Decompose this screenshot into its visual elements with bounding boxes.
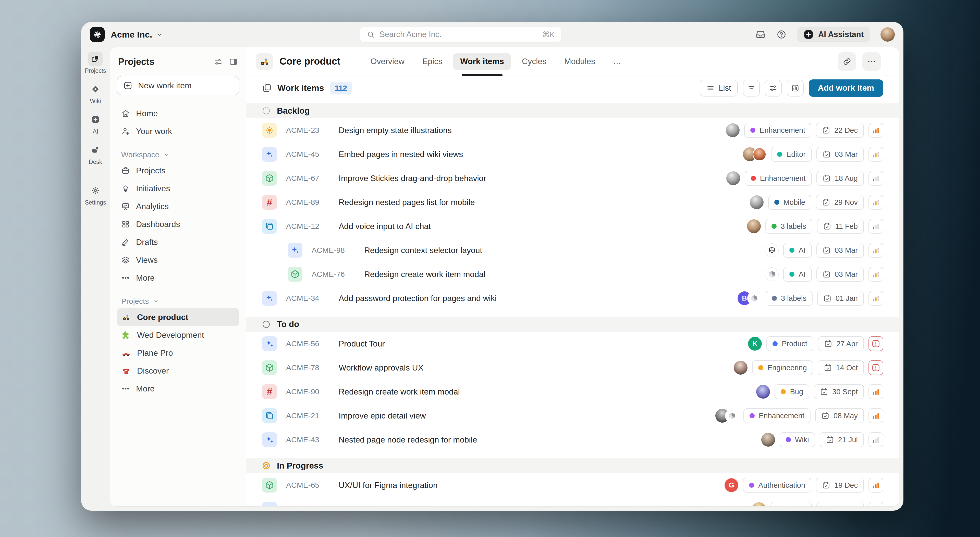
analytics-button[interactable] [787, 80, 803, 97]
section-header-backlog[interactable]: Backlog [246, 104, 899, 118]
due-date-chip[interactable]: 22 Dec [816, 123, 864, 138]
due-date-chip[interactable]: 03 Mar [816, 267, 864, 282]
layout-switch-button[interactable]: List [700, 80, 738, 97]
assignee-avatar[interactable] [750, 195, 764, 209]
assignees[interactable] [734, 361, 748, 374]
priority-low-icon[interactable] [869, 171, 883, 186]
assignee-avatar[interactable] [734, 361, 748, 374]
workspace-item-initiatives[interactable]: Initiatives [117, 180, 239, 198]
priority-high-icon[interactable] [869, 478, 883, 492]
label-chip[interactable]: Editor [771, 147, 812, 162]
workspace-item-more[interactable]: More [117, 269, 239, 287]
workspace-item-projects[interactable]: Projects [117, 162, 239, 180]
project-more-button[interactable] [862, 53, 881, 71]
assignee-avatar[interactable]: G [724, 478, 738, 492]
priority-urgent-icon[interactable] [869, 360, 883, 375]
assignee-avatar[interactable] [726, 123, 740, 137]
priority-medium-icon[interactable] [869, 267, 883, 282]
due-date-chip[interactable]: 03 Mar [816, 147, 864, 162]
assignee-avatar[interactable]: K [748, 337, 762, 351]
project-item-wed-development[interactable]: Wed Development [117, 326, 239, 344]
priority-low-icon[interactable] [869, 219, 883, 234]
label-chip[interactable]: Enhancement [745, 171, 812, 186]
project-item-plane-pro[interactable]: Plane Pro [117, 344, 239, 362]
sidebar-item-your-work[interactable]: Your work [117, 122, 239, 140]
label-chip[interactable]: Billing [770, 502, 811, 506]
workspace-item-dashboards[interactable]: Dashboards [117, 215, 239, 233]
project-item-discover[interactable]: Discover [117, 362, 239, 380]
assignees[interactable] [726, 123, 740, 137]
priority-medium-icon[interactable] [869, 291, 883, 306]
due-date-chip[interactable]: 03 Mar [816, 243, 864, 258]
workspace-item-analytics[interactable]: Analytics [117, 198, 239, 215]
rail-item-wiki[interactable]: Wiki [88, 82, 103, 105]
due-date-chip[interactable]: 01 Jan [817, 291, 864, 306]
label-chip[interactable]: Authentication [743, 478, 811, 492]
section-header-in-progress[interactable]: In Progress [246, 458, 899, 473]
work-item-row[interactable]: ACME-12Add voice input to AI chat3 label… [246, 214, 899, 238]
ai-assistant-button[interactable]: AI Assistant [797, 27, 870, 42]
assignees[interactable]: B [738, 292, 761, 305]
tab-…[interactable]: … [606, 53, 628, 70]
work-item-row[interactable]: ACME-45Embed pages in nested wiki viewsE… [246, 142, 899, 166]
assignees[interactable]: G [724, 478, 738, 492]
assignees[interactable] [752, 502, 766, 506]
sidebar-item-home[interactable]: Home [117, 104, 239, 122]
rail-item-desk[interactable]: Desk [88, 143, 103, 166]
assignees[interactable] [743, 147, 767, 161]
assignees[interactable] [726, 171, 740, 185]
tab-work-items[interactable]: Work items [453, 53, 511, 70]
label-chip[interactable]: AI [783, 243, 811, 258]
assignees[interactable] [715, 409, 739, 422]
tab-cycles[interactable]: Cycles [515, 53, 554, 70]
priority-medium-icon[interactable] [869, 195, 883, 210]
work-item-row[interactable]: ACME-21Improve epic detail viewEnhanceme… [246, 404, 899, 428]
due-date-chip[interactable]: 30 Sept [814, 384, 864, 399]
work-item-row[interactable]: ACME-34Add password protection for pages… [246, 286, 899, 310]
priority-medium-icon[interactable] [869, 243, 883, 258]
project-item-core-product[interactable]: Core product [117, 308, 239, 326]
assignee-avatar[interactable] [752, 147, 767, 161]
label-chip[interactable]: 3 labels [765, 219, 812, 234]
assignees[interactable] [761, 433, 775, 446]
sidebar-filter-icon[interactable] [214, 57, 223, 66]
due-date-chip[interactable]: 29 Nov [816, 195, 864, 210]
priority-high-icon[interactable] [869, 408, 883, 423]
assignees[interactable] [750, 195, 764, 209]
assignee-avatar[interactable] [726, 171, 740, 185]
assignee-avatar[interactable] [761, 433, 775, 446]
work-item-row[interactable]: #ACME-90Redesign create work item modalB… [246, 380, 899, 404]
due-date-chip[interactable]: 27 Apr [818, 336, 864, 351]
rail-item-ai[interactable]: AI [88, 112, 103, 135]
due-date-chip[interactable]: 21 Jul [820, 432, 864, 447]
priority-urgent-icon[interactable] [869, 336, 883, 351]
search-input[interactable] [380, 30, 538, 39]
help-icon[interactable] [776, 29, 787, 40]
label-chip[interactable]: Engineering [752, 360, 813, 375]
projects-section-header[interactable]: Projects [117, 297, 239, 306]
work-item-row[interactable]: ACME-43Nested page node redesign for mob… [246, 428, 899, 452]
work-item-row[interactable]: ACME-56Product TourKProduct27 Apr [246, 332, 899, 356]
add-work-item-button[interactable]: Add work item [809, 80, 883, 97]
priority-high-icon[interactable] [869, 384, 883, 399]
tab-overview[interactable]: Overview [363, 53, 412, 70]
work-item-row[interactable]: ACME-87Dynamic icons based on context ty… [246, 497, 899, 506]
work-item-row[interactable]: #ACME-89Redesign nested pages list for m… [246, 190, 899, 214]
due-date-chip[interactable]: 14 Oct [818, 360, 864, 375]
label-chip[interactable]: Enhancement [743, 408, 811, 423]
due-date-chip[interactable]: 18 Aug [816, 171, 864, 186]
label-chip[interactable]: 3 labels [765, 291, 813, 306]
due-date-chip[interactable]: 11 Feb [817, 219, 864, 234]
due-date-chip[interactable]: 08 May [815, 408, 864, 423]
assignees[interactable] [747, 219, 761, 233]
section-header-todo[interactable]: To do [246, 317, 899, 332]
assignee-avatar[interactable] [747, 219, 761, 233]
priority-low-icon[interactable] [869, 432, 883, 447]
assignees[interactable]: K [748, 337, 762, 351]
display-options-button[interactable] [765, 80, 782, 97]
label-chip[interactable]: Enhancement [744, 123, 811, 138]
rail-item-settings[interactable]: Settings [85, 183, 106, 206]
cube3d-avatar[interactable] [765, 267, 779, 281]
workspace-item-views[interactable]: Views [117, 251, 239, 269]
work-item-row[interactable]: ACME-23Design empty state illustrationsE… [246, 118, 899, 142]
